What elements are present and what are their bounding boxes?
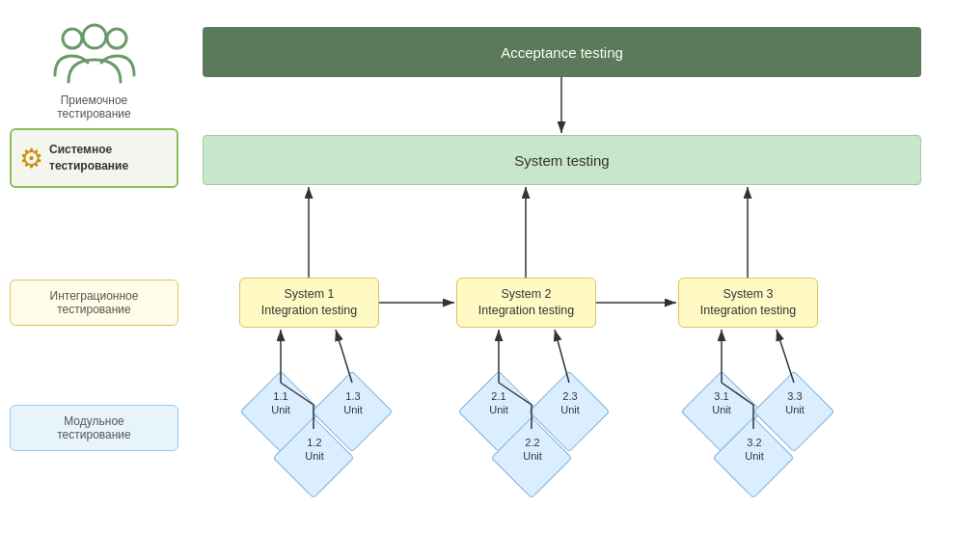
- unit-label-32: 3.2Unit: [721, 436, 788, 464]
- unit-label-11: 1.1Unit: [247, 389, 314, 417]
- acceptance-label: Приемочное тестирование: [19, 93, 169, 120]
- diagram-container: Приемочное тестирование Acceptance testi…: [0, 0, 955, 560]
- system-bar-label: System testing: [514, 152, 609, 169]
- svg-point-2: [83, 25, 106, 48]
- unit-label-31: 3.1Unit: [688, 389, 755, 417]
- svg-point-0: [63, 29, 82, 48]
- system-badge-label: Системное тестирование: [49, 142, 128, 174]
- integration-box-2: System 2Integration testing: [456, 278, 596, 328]
- integration-box-1-label: System 1Integration testing: [261, 286, 357, 320]
- unit-label-12: 1.2Unit: [281, 436, 348, 464]
- integration-box-1: System 1Integration testing: [239, 278, 379, 328]
- acceptance-sidebar: Приемочное тестирование: [19, 19, 169, 120]
- unit-badge-label: Модульное тестирование: [57, 414, 131, 441]
- system-sidebar-badge: ⚙ Системное тестирование: [10, 128, 178, 188]
- integration-box-2-label: System 2Integration testing: [478, 286, 574, 320]
- unit-label-33: 3.3Unit: [761, 389, 829, 417]
- unit-label-23: 2.3Unit: [536, 389, 604, 417]
- people-icon: [51, 19, 138, 87]
- acceptance-bar-label: Acceptance testing: [501, 44, 623, 61]
- integration-badge-label: Интеграционное тестирование: [50, 289, 139, 316]
- acceptance-bar: Acceptance testing: [203, 27, 921, 77]
- integration-box-3: System 3Integration testing: [678, 278, 818, 328]
- unit-sidebar-badge: Модульное тестирование: [10, 405, 178, 451]
- integration-box-3-label: System 3Integration testing: [700, 286, 796, 320]
- gear-icon: ⚙: [19, 143, 43, 174]
- svg-point-1: [107, 29, 126, 48]
- unit-label-21: 2.1Unit: [465, 389, 532, 417]
- integration-sidebar-badge: Интеграционное тестирование: [10, 280, 178, 326]
- unit-label-13: 1.3Unit: [319, 389, 387, 417]
- system-bar: System testing: [203, 135, 921, 185]
